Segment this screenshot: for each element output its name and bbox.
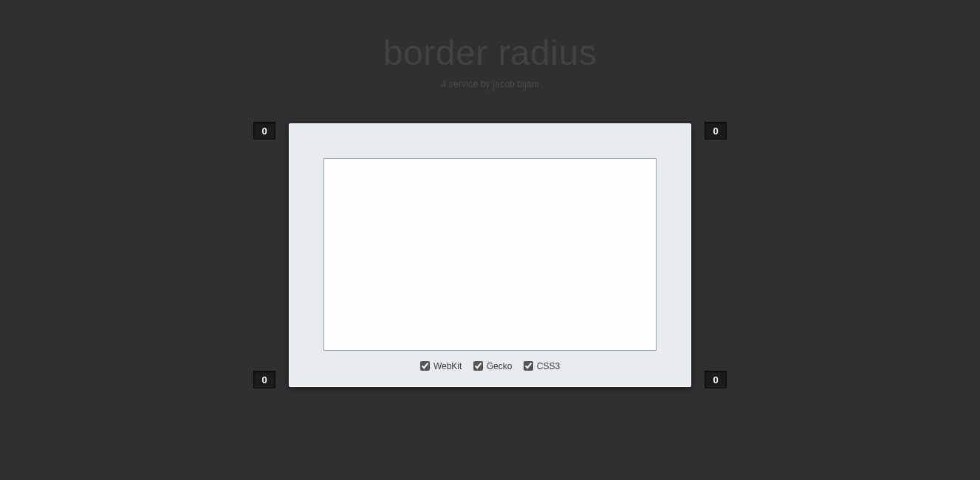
option-webkit-checkbox[interactable] (420, 361, 430, 371)
option-webkit-label: WebKit (434, 361, 462, 371)
preview-card: WebKit Gecko CSS3 (289, 123, 691, 387)
option-webkit[interactable]: WebKit (420, 361, 462, 371)
page-title: border radius (0, 32, 980, 73)
option-css3[interactable]: CSS3 (524, 361, 560, 371)
page-subtitle: a service by jacob bijani (0, 79, 980, 89)
options-row: WebKit Gecko CSS3 (323, 351, 657, 374)
option-css3-label: CSS3 (537, 361, 560, 371)
preview-wrapper: WebKit Gecko CSS3 (289, 123, 691, 387)
corner-bottom-left-input[interactable] (253, 371, 275, 388)
preview-box (323, 158, 657, 351)
option-gecko-label: Gecko (487, 361, 513, 371)
option-gecko[interactable]: Gecko (473, 361, 513, 371)
header: border radius a service by jacob bijani (0, 0, 980, 89)
page: border radius a service by jacob bijani … (0, 0, 980, 387)
corner-bottom-right-input[interactable] (705, 371, 727, 388)
option-gecko-checkbox[interactable] (473, 361, 483, 371)
corner-top-left-input[interactable] (253, 122, 275, 140)
stage: WebKit Gecko CSS3 (254, 123, 727, 387)
option-css3-checkbox[interactable] (524, 361, 533, 371)
corner-top-right-input[interactable] (705, 122, 727, 140)
